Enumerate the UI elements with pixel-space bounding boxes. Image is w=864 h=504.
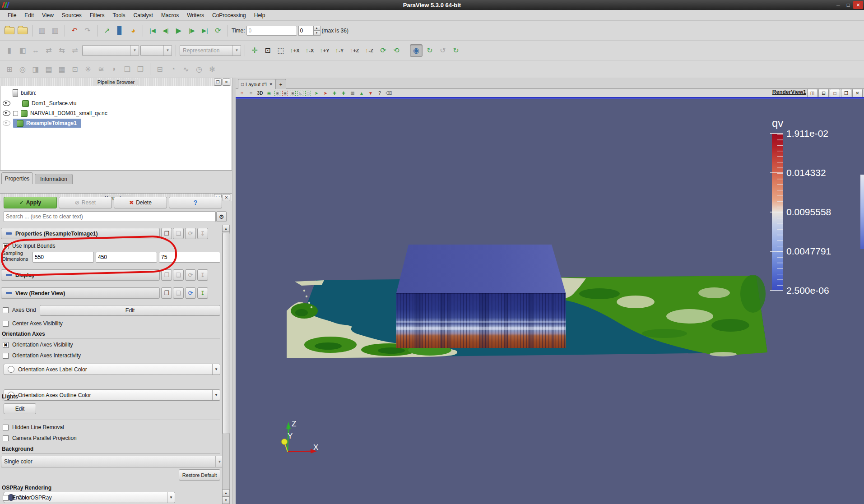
plot-over-line-icon[interactable]: ∿ [180, 63, 192, 75]
panel-splitter[interactable] [232, 78, 236, 504]
save-defaults-icon[interactable]: ↧ [197, 228, 208, 239]
reload-display-icon[interactable]: ⟳ [185, 269, 196, 281]
select-frustum-icon[interactable]: ◺ [297, 91, 303, 96]
background-mode-combo[interactable]: Single color ▼ [1, 456, 224, 467]
orientation-axes-visibility-checkbox[interactable]: ✖ [3, 342, 9, 348]
visibility-eye-icon[interactable] [3, 101, 10, 106]
axes-grid-checkbox[interactable] [3, 307, 9, 313]
auto-apply-icon[interactable]: ↗ [101, 25, 113, 37]
frame-spin-down-icon[interactable]: ▼ [314, 31, 321, 36]
delete-button[interactable]: ✖Delete [114, 197, 167, 208]
select-cells-on-icon[interactable]: ▣ [274, 91, 280, 96]
threshold-icon[interactable]: ▦ [56, 63, 68, 75]
close-view-icon[interactable]: ✕ [852, 89, 863, 97]
lights-edit-button[interactable]: Edit [4, 403, 36, 414]
calculator-icon[interactable]: ⊞ [4, 63, 15, 75]
menu-coprocessing[interactable]: CoProcessing [208, 11, 250, 20]
time-input[interactable] [246, 26, 297, 36]
copy-properties-icon[interactable]: ❐ [161, 228, 172, 239]
disconnect-server-icon[interactable]: ▥ [49, 25, 61, 37]
vcr-last-frame-icon[interactable]: ▶| [199, 25, 211, 37]
menu-writers[interactable]: Writers [183, 11, 208, 20]
show-center-toggle[interactable]: ◉ [410, 44, 423, 57]
plot-selection-over-time-icon[interactable]: ◔ [167, 63, 179, 75]
view-minus-x-button[interactable]: ↑-X [303, 45, 316, 56]
selection-help-icon[interactable]: ? [376, 90, 383, 97]
close-dock-icon[interactable]: ✕ [223, 79, 230, 86]
camera-undo-icon[interactable]: ⌑ [238, 90, 246, 97]
visibility-eye-icon[interactable] [3, 120, 10, 126]
select-block-icon[interactable]: ▦ [349, 90, 356, 97]
close-dock-icon[interactable]: ✕ [223, 194, 230, 201]
color-palette-icon[interactable]: ◕ [127, 25, 139, 37]
view-plus-x-button[interactable]: ↑+X [288, 45, 302, 56]
zoom-closest-icon[interactable]: ↻ [450, 45, 462, 56]
section-display-header[interactable]: Display [1, 269, 160, 281]
slice-icon[interactable]: ▤ [43, 63, 55, 75]
view-minus-z-button[interactable]: ↑-Z [362, 45, 376, 56]
axes-grid-edit-button[interactable]: Edit [40, 305, 220, 316]
frame-spin-up-icon[interactable]: ▲ [314, 26, 321, 31]
connect-server-icon[interactable]: ▥ [36, 25, 48, 37]
extract-selection-icon[interactable]: ⊟ [154, 63, 166, 75]
orientation-axes-interactivity-checkbox[interactable] [3, 353, 9, 359]
tab-information[interactable]: Information [35, 174, 73, 184]
menu-tools[interactable]: Tools [109, 11, 130, 20]
zoom-to-box-icon[interactable]: ⊡ [262, 45, 274, 56]
pick-center-icon[interactable]: ↺ [437, 45, 449, 56]
open-file-icon[interactable] [4, 25, 15, 37]
vcr-first-frame-icon[interactable]: |◀ [147, 25, 158, 37]
pipeline-item-narval-nc[interactable]: − NARVALII_DOM01_small_qv.nc [3, 109, 107, 117]
copy-view-icon[interactable]: ❐ [161, 287, 172, 299]
pipeline-item-builtin[interactable]: builtin: [13, 89, 37, 97]
frame-input[interactable] [298, 26, 314, 36]
rescale-temporal-range-icon[interactable]: ⇆ [56, 45, 68, 56]
reset-center-icon[interactable]: ↻ [424, 45, 436, 56]
pipeline-item-dom1-surface[interactable]: Dom1_Surface.vtu [3, 99, 76, 107]
reset-button[interactable]: ⊘Reset [59, 197, 112, 208]
component-combo[interactable]: ▼ [140, 45, 172, 56]
enable-ospray-checkbox[interactable] [3, 495, 9, 501]
vcr-previous-frame-icon[interactable]: ◀| [160, 25, 172, 37]
hover-cells-icon[interactable]: ✚ [331, 90, 338, 97]
menu-filters[interactable]: Filters [86, 11, 109, 20]
minimize-icon[interactable]: ─ [833, 1, 843, 9]
save-data-icon[interactable] [17, 25, 28, 37]
undo-icon[interactable]: ↶ [69, 25, 80, 37]
render-view-3d[interactable]: X Y Z qv 1.911e-02 0.014332 0.0095558 [236, 99, 864, 504]
camera-parallel-projection-checkbox[interactable] [3, 435, 9, 441]
reload-properties-icon[interactable]: ⟳ [185, 228, 196, 239]
maximize-view-icon[interactable]: □ [830, 89, 840, 97]
query-data-icon[interactable]: ▊ [114, 25, 126, 37]
frame-spinbox[interactable]: ▲ ▼ [298, 26, 321, 36]
paste-view-icon[interactable]: ❏ [173, 287, 184, 299]
edit-colormap-icon[interactable]: ◧ [17, 45, 28, 56]
rescale-visible-range-icon[interactable]: ⇌ [69, 45, 81, 56]
shrink-selection-icon[interactable]: ▼ [367, 90, 374, 97]
select-polygon-icon[interactable]: ⬚ [305, 91, 311, 96]
menu-edit[interactable]: Edit [20, 11, 38, 20]
select-cells-through-icon[interactable]: ▣ [290, 91, 296, 96]
rescale-data-range-icon[interactable]: ↔ [30, 45, 42, 56]
orientation-axes-outline-color-button[interactable]: Orientation Axes Outline Color ▼ [4, 389, 220, 401]
chevron-down-icon[interactable]: ▼ [167, 492, 175, 503]
contour-icon[interactable]: ◎ [17, 63, 28, 75]
save-view-defaults-icon[interactable]: ↧ [197, 287, 208, 299]
clear-selection-trash-icon[interactable]: ⌫ [385, 90, 392, 97]
scrollbar-thumb[interactable] [223, 233, 230, 434]
view-plus-y-button[interactable]: ↑+Y [318, 45, 331, 56]
rescale-custom-range-icon[interactable]: ⇄ [43, 45, 55, 56]
interactive-select-cells-icon[interactable]: ➤ [313, 90, 320, 97]
menu-help[interactable]: Help [250, 11, 269, 20]
stream-tracer-icon[interactable]: ≋ [95, 63, 107, 75]
menu-sources[interactable]: Sources [58, 11, 86, 20]
orientation-axes-label-color-button[interactable]: Orientation Axes Label Color ▼ [4, 364, 220, 375]
menu-catalyst[interactable]: Catalyst [130, 11, 157, 20]
interactive-select-points-icon[interactable]: ➤ [322, 90, 329, 97]
glyph-filter-icon[interactable]: ✳ [82, 63, 94, 75]
solid-color-icon[interactable]: ▮ [4, 45, 15, 56]
grow-selection-icon[interactable]: ▲ [358, 90, 365, 97]
render-view-name[interactable]: RenderView1 [772, 89, 806, 95]
vcr-next-frame-icon[interactable]: |▶ [186, 25, 198, 37]
select-points-on-icon[interactable]: ▣ [282, 91, 288, 96]
